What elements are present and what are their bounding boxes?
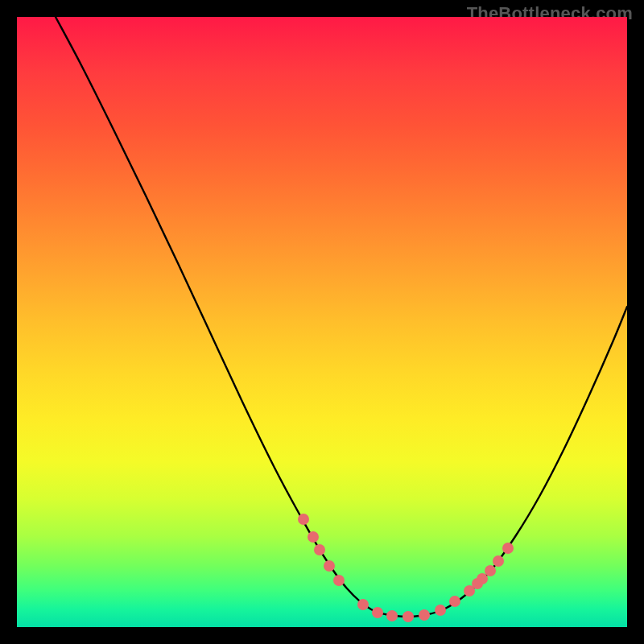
data-marker <box>333 575 345 586</box>
data-marker <box>314 544 325 555</box>
data-marker <box>308 531 319 543</box>
data-marker <box>357 599 369 610</box>
data-marker <box>402 611 414 622</box>
chart-frame: TheBottleneck.com <box>0 0 644 644</box>
data-marker <box>477 573 488 584</box>
data-marker <box>435 605 446 616</box>
data-marker <box>324 560 335 572</box>
data-marker <box>502 543 514 554</box>
curve-layer <box>17 17 627 627</box>
data-markers <box>298 514 514 622</box>
data-marker <box>419 609 430 621</box>
data-marker <box>493 555 504 567</box>
plot-area <box>17 17 627 627</box>
data-marker <box>386 610 398 621</box>
data-marker <box>298 514 309 525</box>
data-marker <box>372 607 383 618</box>
data-marker <box>449 596 460 607</box>
data-marker <box>485 565 496 576</box>
bottleneck-curve <box>56 17 627 617</box>
